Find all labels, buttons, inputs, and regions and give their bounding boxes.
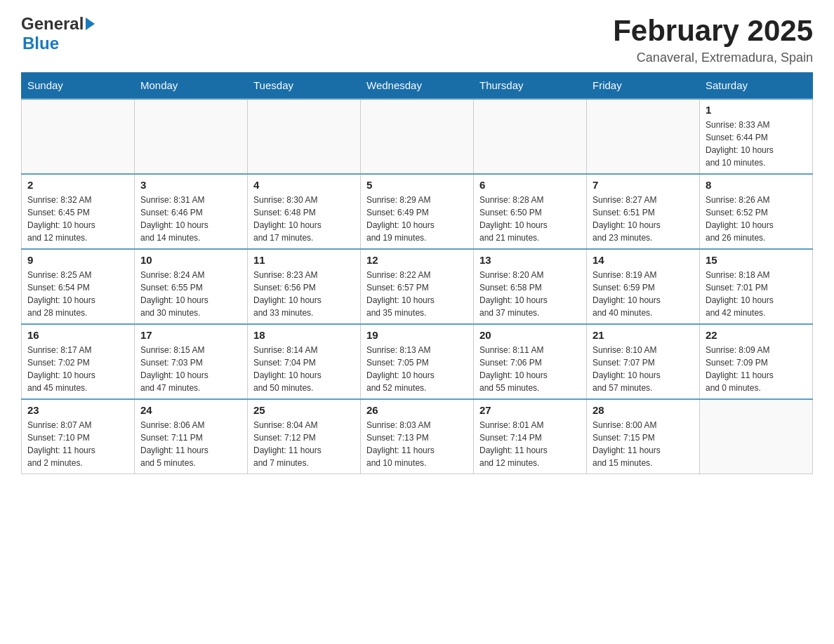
col-tuesday: Tuesday xyxy=(248,72,361,99)
day-info: Sunrise: 8:19 AM Sunset: 6:59 PM Dayligh… xyxy=(593,269,694,319)
day-number: 20 xyxy=(479,329,581,341)
day-number: 3 xyxy=(140,179,241,191)
month-title: February 2025 xyxy=(613,14,813,48)
day-number: 28 xyxy=(593,404,694,416)
table-row: 8Sunrise: 8:26 AM Sunset: 6:52 PM Daylig… xyxy=(700,174,813,249)
logo: General Blue xyxy=(21,14,97,53)
table-row: 23Sunrise: 8:07 AM Sunset: 7:10 PM Dayli… xyxy=(22,399,135,474)
day-number: 18 xyxy=(253,329,355,341)
table-row: 1Sunrise: 8:33 AM Sunset: 6:44 PM Daylig… xyxy=(700,99,813,174)
location-text: Canaveral, Extremadura, Spain xyxy=(613,51,813,65)
table-row: 3Sunrise: 8:31 AM Sunset: 6:46 PM Daylig… xyxy=(135,174,248,249)
day-number: 21 xyxy=(593,329,694,341)
table-row: 5Sunrise: 8:29 AM Sunset: 6:49 PM Daylig… xyxy=(361,174,474,249)
calendar-week-row: 23Sunrise: 8:07 AM Sunset: 7:10 PM Dayli… xyxy=(22,399,813,474)
title-section: February 2025 Canaveral, Extremadura, Sp… xyxy=(613,14,813,65)
table-row: 10Sunrise: 8:24 AM Sunset: 6:55 PM Dayli… xyxy=(135,249,248,324)
day-number: 25 xyxy=(253,404,355,416)
day-info: Sunrise: 8:03 AM Sunset: 7:13 PM Dayligh… xyxy=(366,419,468,469)
table-row: 19Sunrise: 8:13 AM Sunset: 7:05 PM Dayli… xyxy=(361,324,474,399)
day-info: Sunrise: 8:24 AM Sunset: 6:55 PM Dayligh… xyxy=(140,269,241,319)
table-row xyxy=(248,99,361,174)
day-info: Sunrise: 8:33 AM Sunset: 6:44 PM Dayligh… xyxy=(706,119,807,169)
day-info: Sunrise: 8:23 AM Sunset: 6:56 PM Dayligh… xyxy=(253,269,355,319)
page-header: General Blue February 2025 Canaveral, Ex… xyxy=(21,14,813,65)
table-row: 12Sunrise: 8:22 AM Sunset: 6:57 PM Dayli… xyxy=(361,249,474,324)
table-row: 24Sunrise: 8:06 AM Sunset: 7:11 PM Dayli… xyxy=(135,399,248,474)
calendar-week-row: 16Sunrise: 8:17 AM Sunset: 7:02 PM Dayli… xyxy=(22,324,813,399)
day-info: Sunrise: 8:13 AM Sunset: 7:05 PM Dayligh… xyxy=(366,344,468,394)
day-info: Sunrise: 8:20 AM Sunset: 6:58 PM Dayligh… xyxy=(479,269,581,319)
table-row xyxy=(361,99,474,174)
day-number: 24 xyxy=(140,404,241,416)
table-row: 13Sunrise: 8:20 AM Sunset: 6:58 PM Dayli… xyxy=(474,249,587,324)
day-info: Sunrise: 8:18 AM Sunset: 7:01 PM Dayligh… xyxy=(706,269,807,319)
day-info: Sunrise: 8:15 AM Sunset: 7:03 PM Dayligh… xyxy=(140,344,241,394)
table-row xyxy=(700,399,813,474)
col-monday: Monday xyxy=(135,72,248,99)
logo-arrow-icon xyxy=(86,18,95,30)
day-info: Sunrise: 8:29 AM Sunset: 6:49 PM Dayligh… xyxy=(366,194,468,244)
day-info: Sunrise: 8:14 AM Sunset: 7:04 PM Dayligh… xyxy=(253,344,355,394)
day-number: 6 xyxy=(479,179,581,191)
day-info: Sunrise: 8:22 AM Sunset: 6:57 PM Dayligh… xyxy=(366,269,468,319)
day-number: 11 xyxy=(253,254,355,266)
table-row: 25Sunrise: 8:04 AM Sunset: 7:12 PM Dayli… xyxy=(248,399,361,474)
table-row: 9Sunrise: 8:25 AM Sunset: 6:54 PM Daylig… xyxy=(22,249,135,324)
table-row xyxy=(474,99,587,174)
table-row: 7Sunrise: 8:27 AM Sunset: 6:51 PM Daylig… xyxy=(587,174,700,249)
day-info: Sunrise: 8:10 AM Sunset: 7:07 PM Dayligh… xyxy=(593,344,694,394)
day-info: Sunrise: 8:01 AM Sunset: 7:14 PM Dayligh… xyxy=(479,419,581,469)
table-row: 6Sunrise: 8:28 AM Sunset: 6:50 PM Daylig… xyxy=(474,174,587,249)
day-info: Sunrise: 8:32 AM Sunset: 6:45 PM Dayligh… xyxy=(27,194,128,244)
table-row: 4Sunrise: 8:30 AM Sunset: 6:48 PM Daylig… xyxy=(248,174,361,249)
day-number: 19 xyxy=(366,329,468,341)
day-info: Sunrise: 8:25 AM Sunset: 6:54 PM Dayligh… xyxy=(27,269,128,319)
table-row: 26Sunrise: 8:03 AM Sunset: 7:13 PM Dayli… xyxy=(361,399,474,474)
table-row: 20Sunrise: 8:11 AM Sunset: 7:06 PM Dayli… xyxy=(474,324,587,399)
day-number: 13 xyxy=(479,254,581,266)
weekday-header-row: Sunday Monday Tuesday Wednesday Thursday… xyxy=(22,72,813,99)
calendar-table: Sunday Monday Tuesday Wednesday Thursday… xyxy=(21,72,813,474)
table-row xyxy=(587,99,700,174)
table-row: 21Sunrise: 8:10 AM Sunset: 7:07 PM Dayli… xyxy=(587,324,700,399)
day-number: 17 xyxy=(140,329,241,341)
day-number: 22 xyxy=(706,329,807,341)
table-row xyxy=(135,99,248,174)
day-info: Sunrise: 8:28 AM Sunset: 6:50 PM Dayligh… xyxy=(479,194,581,244)
day-number: 7 xyxy=(593,179,694,191)
table-row: 2Sunrise: 8:32 AM Sunset: 6:45 PM Daylig… xyxy=(22,174,135,249)
day-info: Sunrise: 8:31 AM Sunset: 6:46 PM Dayligh… xyxy=(140,194,241,244)
day-info: Sunrise: 8:26 AM Sunset: 6:52 PM Dayligh… xyxy=(706,194,807,244)
table-row: 17Sunrise: 8:15 AM Sunset: 7:03 PM Dayli… xyxy=(135,324,248,399)
day-info: Sunrise: 8:07 AM Sunset: 7:10 PM Dayligh… xyxy=(27,419,128,469)
day-number: 4 xyxy=(253,179,355,191)
table-row: 14Sunrise: 8:19 AM Sunset: 6:59 PM Dayli… xyxy=(587,249,700,324)
day-number: 9 xyxy=(27,254,128,266)
table-row: 22Sunrise: 8:09 AM Sunset: 7:09 PM Dayli… xyxy=(700,324,813,399)
day-info: Sunrise: 8:06 AM Sunset: 7:11 PM Dayligh… xyxy=(140,419,241,469)
day-number: 14 xyxy=(593,254,694,266)
day-info: Sunrise: 8:04 AM Sunset: 7:12 PM Dayligh… xyxy=(253,419,355,469)
col-sunday: Sunday xyxy=(22,72,135,99)
table-row: 18Sunrise: 8:14 AM Sunset: 7:04 PM Dayli… xyxy=(248,324,361,399)
table-row: 15Sunrise: 8:18 AM Sunset: 7:01 PM Dayli… xyxy=(700,249,813,324)
calendar-week-row: 9Sunrise: 8:25 AM Sunset: 6:54 PM Daylig… xyxy=(22,249,813,324)
col-friday: Friday xyxy=(587,72,700,99)
calendar-week-row: 2Sunrise: 8:32 AM Sunset: 6:45 PM Daylig… xyxy=(22,174,813,249)
day-info: Sunrise: 8:00 AM Sunset: 7:15 PM Dayligh… xyxy=(593,419,694,469)
col-saturday: Saturday xyxy=(700,72,813,99)
day-number: 23 xyxy=(27,404,128,416)
logo-general-text: General xyxy=(21,14,84,34)
calendar-week-row: 1Sunrise: 8:33 AM Sunset: 6:44 PM Daylig… xyxy=(22,99,813,174)
col-thursday: Thursday xyxy=(474,72,587,99)
day-number: 2 xyxy=(27,179,128,191)
table-row: 16Sunrise: 8:17 AM Sunset: 7:02 PM Dayli… xyxy=(22,324,135,399)
day-info: Sunrise: 8:30 AM Sunset: 6:48 PM Dayligh… xyxy=(253,194,355,244)
day-number: 15 xyxy=(706,254,807,266)
table-row: 28Sunrise: 8:00 AM Sunset: 7:15 PM Dayli… xyxy=(587,399,700,474)
day-number: 26 xyxy=(366,404,468,416)
logo-blue-text: Blue xyxy=(22,34,97,53)
day-info: Sunrise: 8:09 AM Sunset: 7:09 PM Dayligh… xyxy=(706,344,807,394)
day-info: Sunrise: 8:11 AM Sunset: 7:06 PM Dayligh… xyxy=(479,344,581,394)
